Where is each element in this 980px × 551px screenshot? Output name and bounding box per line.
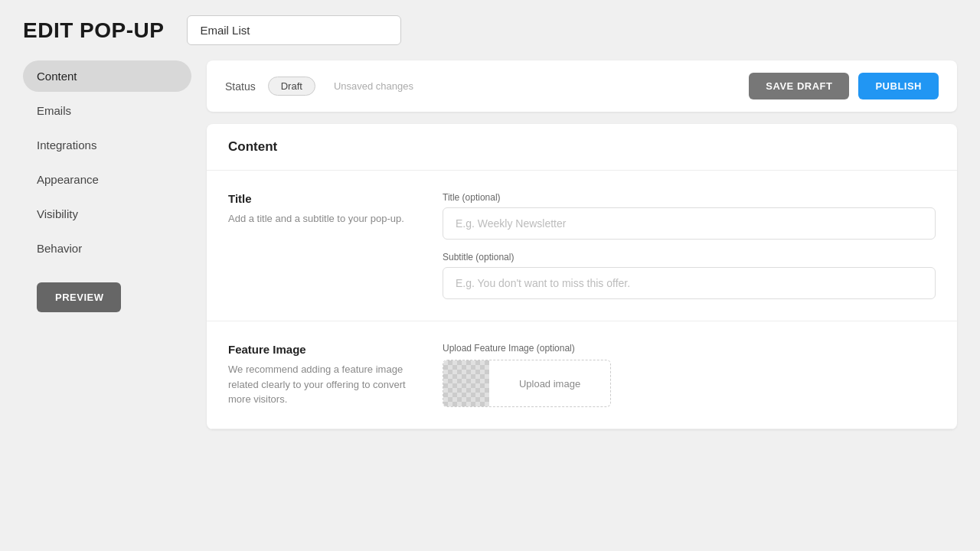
publish-button[interactable]: PUBLISH — [858, 73, 939, 99]
header: EDIT POP-UP — [0, 0, 980, 60]
sidebar-item-appearance[interactable]: Appearance — [23, 164, 191, 195]
sidebar-item-behavior[interactable]: Behavior — [23, 233, 191, 264]
feature-image-section: Feature Image We recommend adding a feat… — [207, 321, 957, 429]
subtitle-input[interactable] — [443, 267, 936, 299]
sidebar-item-emails[interactable]: Emails — [23, 95, 191, 126]
save-draft-button[interactable]: SAVE DRAFT — [749, 73, 849, 99]
content-panel-header: Content — [207, 124, 957, 171]
feature-image-title: Feature Image — [228, 343, 412, 356]
upload-button-text: Upload image — [519, 378, 580, 390]
sidebar-item-content[interactable]: Content — [23, 60, 191, 92]
title-section-title: Title — [228, 192, 412, 205]
feature-image-description: We recommend adding a feature image rela… — [228, 362, 412, 407]
title-section-description: Add a title and a subtitle to your pop-u… — [228, 211, 412, 227]
title-section-left: Title Add a title and a subtitle to your… — [228, 192, 412, 299]
status-label: Status — [225, 80, 256, 93]
unsaved-changes-text: Unsaved changes — [334, 80, 413, 92]
sidebar: Content Emails Integrations Appearance V… — [23, 60, 191, 528]
title-field-group: Title (optional) — [443, 192, 936, 240]
status-badge: Draft — [268, 77, 315, 96]
title-input[interactable] — [443, 207, 936, 240]
main-content: Status Draft Unsaved changes SAVE DRAFT … — [207, 60, 957, 528]
popup-name-input[interactable] — [187, 15, 401, 45]
preview-button[interactable]: PREVIEW — [37, 282, 121, 312]
status-bar: Status Draft Unsaved changes SAVE DRAFT … — [207, 60, 957, 112]
sidebar-item-integrations[interactable]: Integrations — [23, 129, 191, 161]
upload-field-label: Upload Feature Image (optional) — [443, 343, 936, 354]
feature-image-section-left: Feature Image We recommend adding a feat… — [228, 343, 412, 407]
feature-image-section-right: Upload Feature Image (optional) Upload i… — [443, 343, 936, 407]
subtitle-field-label: Subtitle (optional) — [443, 252, 936, 262]
upload-field-group: Upload Feature Image (optional) Upload i… — [443, 343, 936, 407]
title-field-label: Title (optional) — [443, 192, 936, 203]
page-title: EDIT POP-UP — [23, 18, 164, 43]
upload-area[interactable]: Upload image — [443, 360, 611, 407]
status-bar-actions: SAVE DRAFT PUBLISH — [749, 73, 939, 99]
upload-preview-thumbnail — [443, 360, 489, 406]
subtitle-field-group: Subtitle (optional) — [443, 252, 936, 299]
content-panel: Content Title Add a title and a subtitle… — [207, 124, 957, 429]
title-section-right: Title (optional) Subtitle (optional) — [443, 192, 936, 299]
sidebar-item-visibility[interactable]: Visibility — [23, 198, 191, 230]
layout: Content Emails Integrations Appearance V… — [0, 60, 980, 551]
title-section: Title Add a title and a subtitle to your… — [207, 171, 957, 321]
upload-button[interactable]: Upload image — [489, 370, 610, 397]
